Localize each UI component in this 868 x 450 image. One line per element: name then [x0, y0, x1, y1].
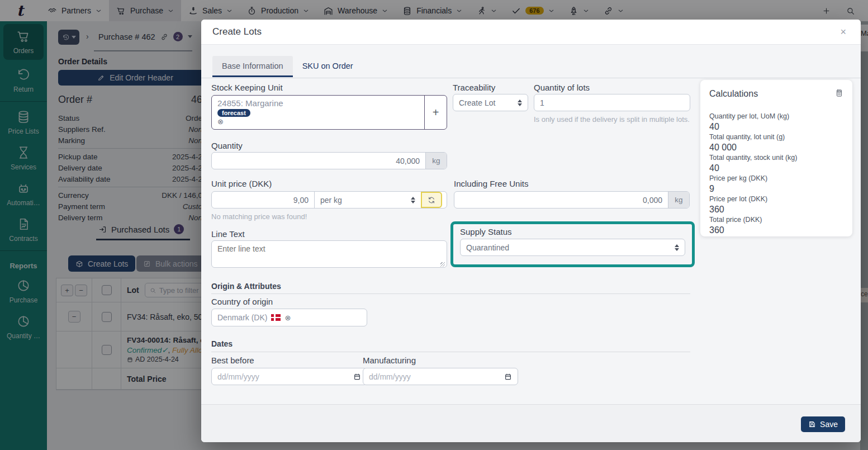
modal-title: Create Lots: [212, 26, 262, 37]
best-before-label: Best before: [211, 356, 254, 365]
supply-status-highlight: Supply Status Quarantined: [450, 221, 695, 267]
line-text-input[interactable]: [211, 240, 447, 268]
quantity-of-lots-input[interactable]: [534, 94, 690, 111]
remove-sku-icon[interactable]: ⊗: [217, 118, 419, 125]
remove-country-icon[interactable]: ⊗: [284, 314, 291, 321]
supply-status-label: Supply Status: [460, 227, 685, 236]
tab-sku-on-order[interactable]: SKU on Order: [293, 56, 363, 77]
calc-label: Total price (DKK): [709, 216, 843, 224]
calc-label: Price per lot (DKK): [709, 195, 843, 203]
traceability-label: Traceability: [453, 83, 495, 92]
calculations-panel: Calculations Quantity per lot, UoM (kg) …: [700, 80, 852, 236]
supply-status-select[interactable]: Quarantined: [460, 239, 685, 256]
tabs-divider: [201, 78, 861, 78]
resize-handle[interactable]: [440, 262, 445, 267]
sku-field[interactable]: 24855: Margarine forecast ⊗ +: [211, 95, 447, 130]
sku-value: 24855: Margarine: [217, 98, 419, 108]
modal-tabs: Base Information SKU on Order: [212, 56, 363, 77]
save-button[interactable]: Save: [801, 416, 845, 432]
free-units-group: kg: [454, 191, 690, 209]
add-sku-button[interactable]: +: [424, 96, 447, 129]
modal-footer: Save: [201, 404, 861, 442]
calc-value: 40: [709, 162, 843, 174]
traceability-select[interactable]: Create Lot: [453, 94, 528, 111]
calc-label: Total quantity, stock unit (kg): [709, 154, 843, 162]
quantity-input-group: kg: [211, 152, 447, 169]
calc-value: 360: [709, 203, 843, 215]
unit-price-help: No matching price was found!: [211, 212, 307, 221]
unit-price-input[interactable]: [212, 192, 314, 208]
calc-label: Total quantity, lot unit (g): [709, 133, 843, 141]
denmark-flag-icon: [271, 314, 281, 321]
section-divider: [211, 352, 690, 352]
price-per-select[interactable]: per kg: [314, 192, 421, 208]
refresh-icon: [428, 196, 435, 204]
calc-label: Quantity per lot, UoM (kg): [709, 112, 843, 121]
select-arrows-icon: [411, 197, 415, 203]
calculator-icon: [835, 89, 843, 97]
select-arrows-icon: [675, 244, 679, 251]
sku-label: Stock Keeping Unit: [211, 83, 283, 92]
origin-section-header: Origin & Attributes: [211, 282, 281, 291]
modal-body: Base Information SKU on Order Stock Keep…: [201, 45, 861, 404]
calc-label: Price per kg (DKK): [709, 174, 843, 183]
calculations-title: Calculations: [709, 89, 758, 99]
dates-section-header: Dates: [211, 339, 233, 348]
quantity-of-lots-label: Quantity of lots: [534, 83, 590, 92]
quantity-of-lots-help: Is only used if the delivery is split in…: [534, 115, 690, 124]
modal-header: Create Lots ×: [201, 20, 861, 45]
calendar-icon[interactable]: [504, 373, 512, 381]
manufacturing-label: Manufacturing: [363, 356, 416, 365]
forecast-badge: forecast: [217, 109, 250, 117]
line-text-label: Line Text: [211, 229, 245, 239]
section-divider: [211, 293, 690, 294]
free-units-input[interactable]: [454, 192, 668, 208]
best-before-input[interactable]: dd/mm/yyyy: [211, 368, 367, 385]
unit-price-label: Unit price (DKK): [211, 179, 272, 188]
tab-base-information[interactable]: Base Information: [212, 56, 293, 77]
manufacturing-input[interactable]: dd/mm/yyyy: [363, 368, 518, 385]
quantity-input[interactable]: [212, 153, 425, 169]
country-field[interactable]: Denmark (DK) ⊗: [211, 309, 367, 326]
calc-value: 40: [709, 121, 843, 132]
country-label: Country of origin: [211, 297, 273, 306]
calendar-icon[interactable]: [353, 373, 361, 381]
quantity-unit-addon: kg: [425, 153, 447, 169]
free-units-label: Including Free Units: [454, 179, 528, 188]
unit-price-group: per kg: [211, 191, 447, 209]
calc-value: 9: [709, 183, 843, 195]
refresh-price-button[interactable]: [421, 192, 442, 208]
select-arrows-icon: [518, 100, 522, 106]
create-lots-modal: Create Lots × Base Information SKU on Or…: [201, 20, 861, 442]
calc-value: 360: [709, 224, 843, 236]
close-icon[interactable]: ×: [837, 26, 850, 38]
floppy-disk-icon: [808, 420, 816, 428]
calc-value: 40 000: [709, 141, 843, 153]
free-units-unit-addon: kg: [668, 192, 689, 208]
quantity-label: Quantity: [211, 141, 243, 150]
